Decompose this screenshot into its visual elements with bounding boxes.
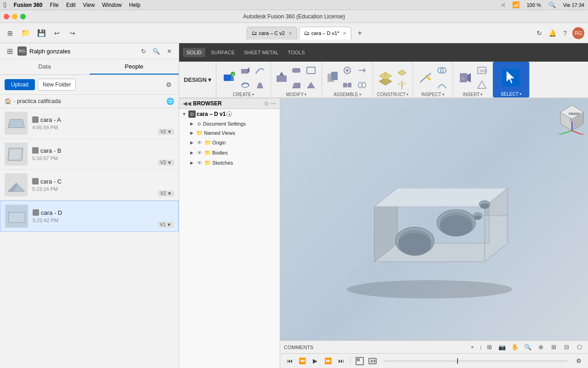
design-tab-surface[interactable]: SURFACE	[207, 48, 238, 57]
go-to-start-icon[interactable]: ⏮	[284, 356, 295, 367]
maximize-button[interactable]	[20, 14, 26, 19]
construct-label[interactable]: CONSTRUCT ▾	[377, 92, 408, 97]
tab-close-d[interactable]: ✕	[343, 31, 346, 36]
curvature-icon[interactable]	[435, 78, 449, 92]
close-left-button[interactable]: ✕	[164, 46, 174, 56]
globe-icon[interactable]: 🌐	[166, 98, 174, 105]
select-label[interactable]: SELECT ▾	[501, 92, 521, 97]
create-label[interactable]: CREATE ▾	[233, 92, 254, 97]
tab-cara-d[interactable]: 🗂 cara – D v1* ✕	[299, 27, 352, 40]
tree-item-sketches[interactable]: ▶ 👁 📁 Sketches	[179, 158, 280, 168]
insert-label[interactable]: INSERT ▾	[463, 92, 483, 97]
bottom-settings-icon[interactable]: ⚙	[573, 356, 584, 367]
tree-eye-icon-origin[interactable]: 👁	[196, 139, 203, 146]
motion-link-icon[interactable]	[355, 78, 369, 92]
create-new-body-icon[interactable]: +	[220, 69, 237, 86]
tab-cara-c[interactable]: 🗂 cara – C v2 ✕	[247, 27, 297, 40]
tree-eye-icon-bodies[interactable]: 👁	[196, 149, 203, 156]
sweep-icon[interactable]	[253, 63, 267, 77]
sketch-icon-bt[interactable]	[354, 356, 365, 367]
interference-icon[interactable]	[435, 63, 449, 77]
design-tab-tools[interactable]: TOOLS	[284, 48, 308, 57]
tree-expand-bodies[interactable]: ▶	[188, 150, 195, 156]
refresh-button[interactable]: ↻	[534, 28, 545, 39]
camera-icon[interactable]: 📷	[497, 342, 507, 352]
grid2-icon[interactable]: ⊟	[561, 342, 571, 352]
joint-icon[interactable]	[340, 63, 354, 77]
pan-icon[interactable]: ✋	[510, 342, 520, 352]
tab-close-c[interactable]: ✕	[288, 31, 292, 36]
chamfer-icon[interactable]	[289, 78, 303, 92]
tree-root[interactable]: ▼ D cara – D v1 ●	[179, 109, 280, 119]
timeline-bar[interactable]	[384, 360, 568, 362]
grid-icon[interactable]: ⊞	[548, 342, 559, 352]
upload-button[interactable]: Upload	[5, 79, 35, 90]
undo-button[interactable]: ↩	[51, 27, 63, 40]
display-mode-icon[interactable]: ⊞	[484, 342, 494, 352]
tree-expand-docsettings[interactable]: ▶	[188, 121, 195, 127]
magnify-icon[interactable]: ⊕	[536, 342, 546, 352]
apple-menu[interactable]: 	[4, 1, 6, 9]
minimize-button[interactable]	[12, 14, 17, 19]
zoom-in-icon[interactable]: 🔍	[523, 342, 533, 352]
tab-people[interactable]: People	[90, 59, 179, 75]
tree-item-origin[interactable]: ▶ 👁 📁 Origin	[179, 138, 280, 148]
add-tab-button[interactable]: +	[353, 27, 366, 40]
view3d[interactable]: FRONT X Y Z	[280, 98, 588, 340]
prev-icon[interactable]: ⏪	[297, 356, 308, 367]
version-tag-a[interactable]: V2 ▼	[158, 129, 174, 135]
comments-add-icon[interactable]: +	[467, 342, 477, 352]
question-button[interactable]: ?	[560, 28, 571, 39]
apps-grid-button[interactable]: ⊞	[4, 27, 17, 40]
offset-plane2-icon[interactable]	[395, 63, 409, 77]
assemble-label[interactable]: ASSEMBLE ▾	[334, 92, 361, 97]
browser-collapse-icon[interactable]: ◀◀	[183, 100, 191, 107]
file-menu[interactable]: File	[50, 2, 59, 8]
tree-settings-icon-docsettings[interactable]: ⚙	[196, 121, 202, 127]
design-tab-solid[interactable]: SOLID	[183, 48, 205, 57]
tree-expand-namedviews[interactable]: ▶	[188, 130, 195, 136]
tree-expand-sketches[interactable]: ▶	[188, 160, 195, 166]
edit-menu[interactable]: Edit	[66, 2, 76, 8]
redo-button[interactable]: ↪	[66, 27, 79, 40]
go-to-end-icon[interactable]: ⏭	[335, 356, 346, 367]
file-item-cara-c[interactable]: cara - C 5:23:24 PM V2 ▼	[0, 170, 179, 201]
wifi-icon[interactable]: 📶	[512, 1, 520, 8]
record-icon[interactable]	[367, 356, 378, 367]
offset-plane-icon[interactable]	[377, 69, 394, 86]
tree-root-expand[interactable]: ▼	[181, 111, 187, 117]
tree-item-named-views[interactable]: ▶ 📁 Named Views	[179, 128, 280, 138]
file-item-cara-a[interactable]: cara - A 4:56:58 PM V2 ▼	[0, 108, 179, 139]
shell-icon[interactable]	[304, 63, 318, 77]
next-icon[interactable]: ⏩	[322, 356, 334, 367]
design-tab-sheetmetal[interactable]: SHEET METAL	[240, 48, 282, 57]
view-menu[interactable]: View	[83, 2, 95, 8]
apps-icon[interactable]: ⊞	[5, 46, 15, 56]
tree-expand-origin[interactable]: ▶	[188, 139, 195, 146]
save-button[interactable]: 💾	[35, 27, 48, 40]
tab-data[interactable]: Data	[0, 59, 90, 75]
search-left-button[interactable]: 🔍	[151, 46, 161, 56]
scale-icon[interactable]	[304, 78, 318, 92]
revolve-icon[interactable]	[238, 78, 252, 92]
app-name[interactable]: Fusion 360	[14, 2, 43, 8]
close-button[interactable]	[4, 14, 9, 19]
browser-menu-icon[interactable]: —	[271, 100, 276, 107]
new-component-icon[interactable]	[326, 71, 339, 85]
fillet-icon[interactable]	[289, 63, 303, 77]
file-item-cara-b[interactable]: cara - B 5:16:57 PM V2 ▼	[0, 139, 179, 170]
modify-label[interactable]: MODIFY ▾	[286, 92, 306, 97]
version-tag-d[interactable]: V1 ▼	[158, 222, 174, 228]
version-tag-b[interactable]: V2 ▼	[158, 160, 174, 166]
insert-decal-icon[interactable]	[475, 78, 489, 92]
press-pull-icon[interactable]	[275, 71, 288, 85]
cube-icon[interactable]: ⬡	[574, 342, 584, 352]
midplane-icon[interactable]	[395, 78, 409, 92]
select-icon[interactable]	[502, 69, 520, 86]
rigid-group-icon[interactable]	[340, 78, 354, 92]
design-dropdown[interactable]: DESIGN ▾	[184, 76, 211, 83]
notification-button[interactable]: 🔔	[547, 28, 558, 39]
tree-eye-icon-sketches[interactable]: 👁	[196, 159, 203, 167]
file-item-cara-d[interactable]: cara - D 5:22:42 PM V1 ▼	[0, 201, 179, 232]
measure-icon[interactable]: 📏	[417, 69, 434, 86]
